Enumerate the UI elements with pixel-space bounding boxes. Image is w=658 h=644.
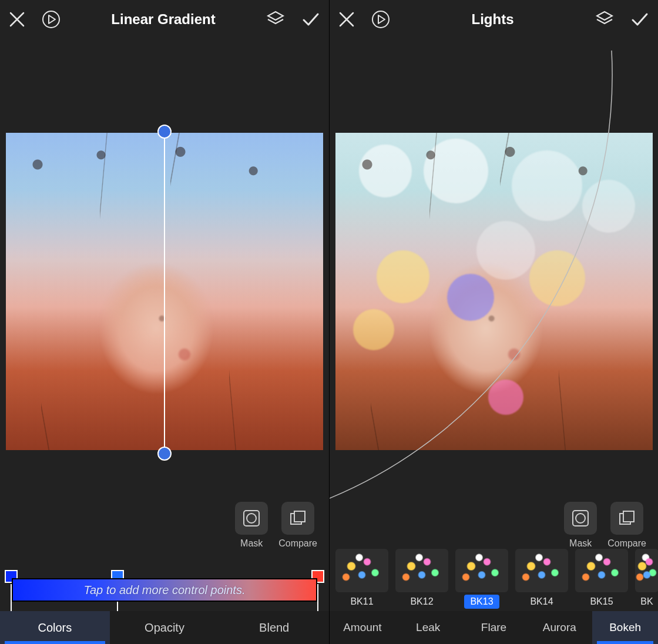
preset-bk14[interactable]: BK14 <box>515 549 568 609</box>
tab-blend[interactable]: Blend <box>219 611 329 644</box>
gradient-editor[interactable]: Tap to add more control points. <box>7 558 322 609</box>
svg-point-2 <box>247 514 256 523</box>
close-icon[interactable] <box>8 11 26 28</box>
preset-bk13[interactable]: BK13 <box>455 549 508 609</box>
preset-bk15[interactable]: BK15 <box>575 549 628 609</box>
check-icon[interactable] <box>301 9 321 29</box>
preset-bk12[interactable]: BK12 <box>395 549 448 609</box>
compare-button[interactable]: Compare <box>278 502 317 549</box>
play-icon[interactable] <box>371 9 391 29</box>
svg-point-5 <box>372 11 389 28</box>
svg-rect-6 <box>573 511 588 526</box>
tool-row-right: Mask Compare <box>564 502 646 549</box>
pane-linear-gradient: Linear Gradient Mask Compare <box>0 0 329 644</box>
page-title: Lights <box>472 11 514 28</box>
compare-label: Compare <box>278 538 317 549</box>
svg-point-0 <box>43 11 59 28</box>
preset-bk-next[interactable]: BK <box>635 549 658 609</box>
preset-bk11[interactable]: BK11 <box>335 549 388 609</box>
tool-row-left: Mask Compare <box>235 502 317 549</box>
gradient-axis-line[interactable] <box>164 127 165 456</box>
gradient-handle-bottom[interactable] <box>157 447 172 461</box>
gradient-track[interactable]: Tap to add more control points. <box>12 578 317 602</box>
canvas-left[interactable]: Mask Compare <box>0 39 329 644</box>
gradient-handle-top[interactable] <box>157 125 172 139</box>
layers-icon[interactable] <box>595 9 615 29</box>
play-icon[interactable] <box>41 9 61 29</box>
topbar-left: Linear Gradient <box>0 0 329 39</box>
svg-rect-1 <box>244 511 259 526</box>
tabs-right: Amount Leak Flare Aurora Bokeh <box>330 611 658 644</box>
preset-strip[interactable]: BK11 BK12 BK13 BK14 BK15 BK <box>335 545 658 609</box>
tab-colors[interactable]: Colors <box>0 611 110 644</box>
layers-icon[interactable] <box>266 9 286 29</box>
mask-label: Mask <box>240 538 263 549</box>
tab-amount[interactable]: Amount <box>330 611 395 644</box>
pane-lights: Lights <box>329 0 658 644</box>
svg-rect-9 <box>623 511 634 522</box>
tab-flare[interactable]: Flare <box>461 611 527 644</box>
page-title: Linear Gradient <box>111 11 215 28</box>
svg-point-7 <box>576 514 585 523</box>
topbar-right: Lights <box>330 0 658 39</box>
photo-preview <box>335 133 653 450</box>
mask-button[interactable]: Mask <box>564 502 597 549</box>
tab-leak[interactable]: Leak <box>395 611 461 644</box>
svg-rect-4 <box>294 511 305 522</box>
close-icon[interactable] <box>338 11 355 28</box>
check-icon[interactable] <box>630 9 650 29</box>
bokeh-overlay <box>335 133 653 450</box>
mask-button[interactable]: Mask <box>235 502 268 549</box>
tabs-left: Colors Opacity Blend <box>0 611 329 644</box>
tab-aurora[interactable]: Aurora <box>526 611 592 644</box>
compare-button[interactable]: Compare <box>607 502 646 549</box>
tab-bokeh[interactable]: Bokeh <box>592 611 658 644</box>
tab-opacity[interactable]: Opacity <box>110 611 220 644</box>
gradient-hint: Tap to add more control points. <box>13 579 316 601</box>
